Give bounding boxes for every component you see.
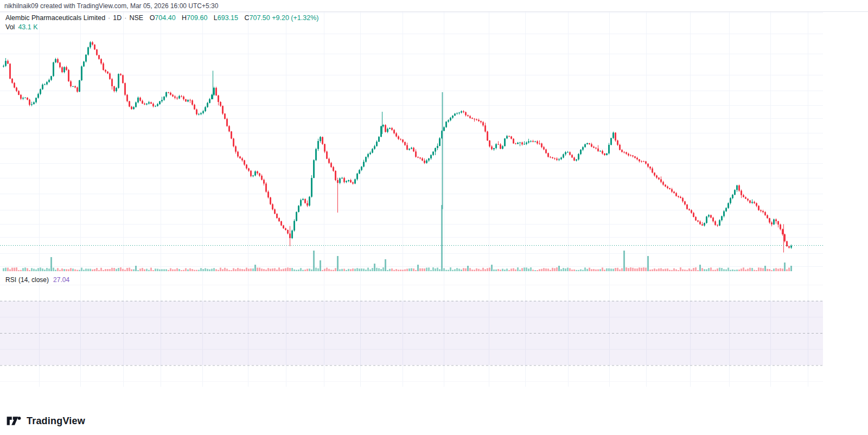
- rsi-band: [0, 301, 823, 366]
- volume-down-bars: [7, 267, 790, 271]
- interval-label[interactable]: 1D: [113, 14, 122, 22]
- open-value: 704.40: [155, 14, 175, 22]
- rsi-indicator-title[interactable]: RSI: [5, 276, 16, 284]
- rsi-params: (14, close): [18, 276, 49, 284]
- change-value: +9.20 (+1.32%): [272, 14, 318, 22]
- candlesticks: [3, 41, 792, 253]
- close-value: 707.50: [250, 14, 270, 22]
- tradingview-logo[interactable]: TradingView: [7, 414, 85, 428]
- tradingview-logo-icon: [7, 414, 23, 428]
- low-value: 693.15: [218, 14, 238, 22]
- tradingview-logo-text: TradingView: [27, 415, 85, 427]
- high-label: H: [182, 14, 187, 22]
- up-wicks: [4, 41, 792, 249]
- close-label: C: [245, 14, 250, 22]
- low-label: L: [214, 14, 218, 22]
- high-value: 709.60: [187, 14, 207, 22]
- volume-spike-bars: [50, 205, 792, 271]
- legend-separator: ·: [108, 14, 110, 22]
- rsi-current-value: 27.04: [53, 276, 69, 284]
- tradingview-snapshot: nikhilnaik09 created with TradingView.co…: [0, 0, 868, 435]
- up-bodies: [3, 42, 792, 248]
- symbol-name[interactable]: Alembic Pharmaceuticals Limited: [5, 14, 105, 22]
- open-label: O: [150, 14, 155, 22]
- volume-bars: [3, 205, 792, 271]
- volume-label: Vol: [5, 23, 15, 31]
- volume-value: 43.1 K: [18, 23, 37, 31]
- symbol-legend: Alembic Pharmaceuticals Limited·1D·NSE O…: [5, 14, 318, 22]
- chart-canvas[interactable]: [0, 0, 868, 435]
- rsi-legend: RSI(14, close)27.04: [5, 276, 69, 284]
- exchange-label[interactable]: NSE: [129, 14, 143, 22]
- down-bodies: [7, 42, 790, 248]
- volume-legend: Vol43.1 K: [5, 23, 38, 31]
- legend-separator: ·: [124, 14, 126, 22]
- down-wicks: [8, 41, 789, 249]
